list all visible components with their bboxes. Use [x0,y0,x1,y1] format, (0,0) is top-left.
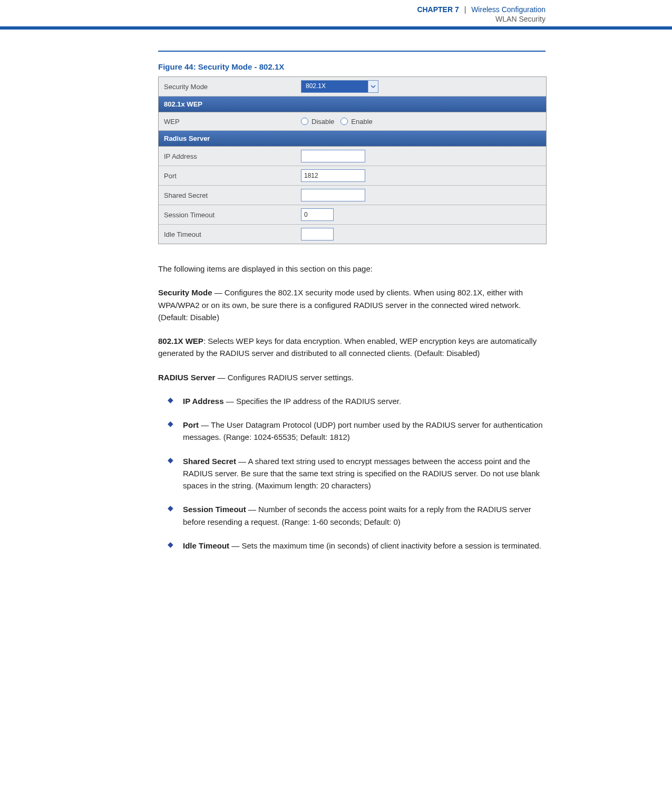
wep-row: WEP Disable Enable [159,112,546,131]
list-item: ◆ Session Timeout — Number of seconds th… [158,503,546,528]
list-item: ◆ IP Address — Specifies the IP address … [158,395,546,407]
chapter-number: CHAPTER 7 [417,5,459,14]
figure-rule [158,51,546,52]
port-label: Port [159,168,296,184]
session-label: Session Timeout [159,207,296,223]
diamond-icon: ◆ [168,419,173,444]
list-item: ◆ Shared Secret — A shared text string u… [158,455,546,492]
chevron-down-icon [368,81,378,92]
header-separator: | [464,5,466,14]
ip-input[interactable] [301,150,365,162]
diamond-icon: ◆ [168,395,173,407]
list-item: ◆ Port — The User Datagram Protocol (UDP… [158,419,546,444]
session-row: Session Timeout [159,205,546,225]
wep-enable-label: Enable [351,118,372,126]
secret-row: Shared Secret [159,186,546,205]
ip-label: IP Address [159,148,296,165]
body-text: The following items are displayed in thi… [158,263,546,552]
idle-row: Idle Timeout [159,225,546,244]
header-rule [0,26,672,30]
wep-enable-radio[interactable] [340,118,348,125]
security-mode-label: Security Mode [159,79,296,95]
section-title: WLAN Security [0,15,546,23]
chapter-title: Wireless Configuration [471,5,546,14]
secret-input[interactable] [301,189,365,201]
figure-caption: Figure 44: Security Mode - 802.1X [158,62,546,71]
list-item: ◆ Idle Timeout — Sets the maximum time (… [158,540,546,552]
idle-label: Idle Timeout [159,226,296,243]
wep-disable-radio[interactable] [301,118,308,125]
diamond-icon: ◆ [168,540,173,552]
security-mode-value: 802.1X [301,81,368,92]
bullet-list: ◆ IP Address — Specifies the IP address … [158,395,546,552]
port-row: Port [159,166,546,186]
radius-section-header: Radius Server [159,131,546,147]
wep-section-header: 802.1x WEP [159,97,546,112]
ip-row: IP Address [159,147,546,166]
para-security-mode: Security Mode — Configures the 802.1X se… [158,286,546,323]
config-panel: Security Mode 802.1X 802.1x WEP WEP Disa… [158,76,547,244]
port-input[interactable] [301,169,365,182]
idle-input[interactable] [301,228,334,241]
session-input[interactable] [301,208,334,221]
diamond-icon: ◆ [168,455,173,492]
para-radius: RADIUS Server — Configures RADIUS server… [158,371,546,383]
security-mode-row: Security Mode 802.1X [159,77,546,97]
page-header: CHAPTER 7 | Wireless Configuration WLAN … [0,0,672,24]
security-mode-dropdown[interactable]: 802.1X [301,80,378,93]
wep-disable-label: Disable [311,118,334,126]
secret-label: Shared Secret [159,187,296,204]
intro-text: The following items are displayed in thi… [158,263,546,275]
diamond-icon: ◆ [168,503,173,528]
para-wep: 802.1X WEP: Selects WEP keys for data en… [158,335,546,360]
wep-label: WEP [159,113,296,130]
